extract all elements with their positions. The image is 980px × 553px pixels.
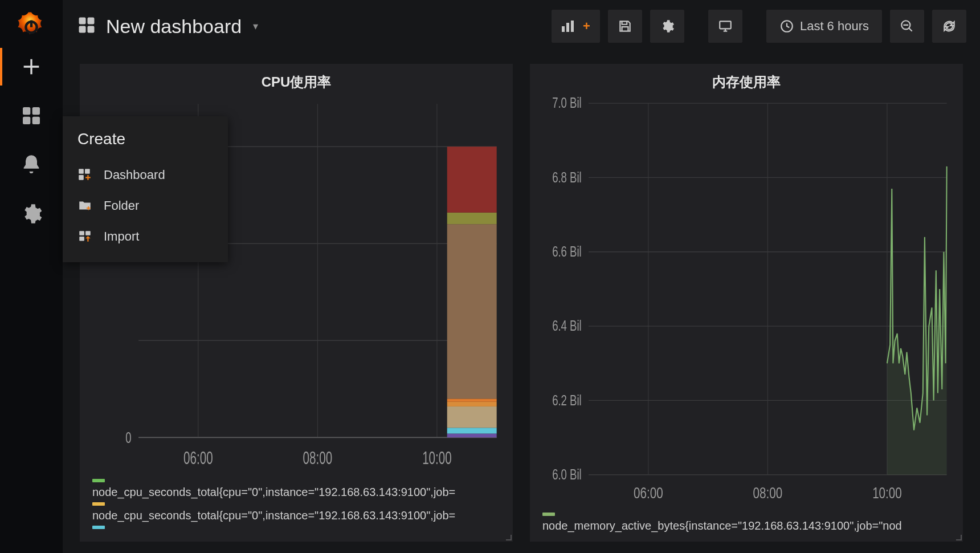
zoom-out-button[interactable] [890, 10, 924, 43]
svg-text:6.8 Bil: 6.8 Bil [552, 169, 582, 185]
svg-text:08:00: 08:00 [753, 484, 783, 502]
sidebar-create-button[interactable] [0, 42, 63, 91]
svg-rect-7 [79, 175, 84, 180]
svg-rect-2 [32, 107, 40, 115]
svg-rect-37 [447, 402, 497, 406]
legend-item[interactable] [92, 526, 501, 532]
panel-memory-legend: node_memory_active_bytes{instance="192.1… [530, 508, 963, 538]
svg-rect-10 [79, 237, 84, 241]
create-flyout: Create Dashboard Folder Import [63, 116, 228, 262]
add-panel-button[interactable]: + [552, 10, 600, 43]
svg-text:6.2 Bil: 6.2 Bil [552, 392, 582, 408]
svg-rect-38 [447, 399, 497, 401]
monitor-icon [718, 19, 733, 34]
svg-rect-9 [85, 231, 91, 235]
create-flyout-title: Create [63, 124, 228, 160]
svg-rect-16 [566, 23, 569, 32]
legend-label: node_cpu_seconds_total{cpu="0",instance=… [92, 509, 501, 522]
svg-rect-3 [23, 117, 30, 124]
svg-rect-34 [447, 434, 497, 438]
svg-rect-5 [79, 169, 84, 174]
folder-plus-icon [77, 198, 92, 213]
sidebar-dashboards-button[interactable] [0, 91, 63, 140]
sidebar-alerting-button[interactable] [0, 140, 63, 189]
svg-rect-35 [447, 428, 497, 433]
svg-text:06:00: 06:00 [183, 448, 213, 467]
panel-memory-chart: 6.0 Bil6.2 Bil6.4 Bil6.6 Bil6.8 Bil7.0 B… [530, 97, 963, 508]
panel-memory[interactable]: 内存使用率 6.0 Bil6.2 Bil6.4 Bil6.6 Bil6.8 Bi… [530, 64, 963, 542]
create-folder-label: Folder [104, 198, 139, 213]
cycle-view-button[interactable] [708, 10, 742, 43]
dashboard-title-block[interactable]: New dashboard ▾ [76, 15, 258, 38]
zoom-out-icon [900, 19, 914, 34]
legend-swatch [92, 502, 105, 506]
save-button[interactable] [608, 10, 642, 43]
svg-rect-36 [447, 406, 497, 428]
svg-rect-18 [720, 21, 731, 29]
create-dashboard-label: Dashboard [104, 168, 165, 182]
legend-swatch [92, 479, 105, 482]
chevron-down-icon: ▾ [253, 20, 258, 32]
legend-swatch [92, 526, 105, 529]
svg-text:6.0 Bil: 6.0 Bil [552, 466, 582, 482]
refresh-button[interactable] [932, 10, 966, 43]
bar-chart-icon [561, 19, 579, 34]
svg-text:7.0 Bil: 7.0 Bil [552, 97, 582, 111]
time-range-label: Last 6 hours [800, 19, 869, 34]
time-range-button[interactable]: Last 6 hours [766, 10, 882, 43]
create-folder-item[interactable]: Folder [63, 190, 228, 221]
svg-rect-1 [23, 107, 30, 115]
legend-swatch [542, 513, 555, 516]
svg-rect-17 [571, 21, 574, 32]
svg-text:6.4 Bil: 6.4 Bil [552, 318, 582, 334]
resize-handle[interactable] [954, 532, 962, 540]
svg-rect-41 [447, 147, 497, 213]
dashboard-title: New dashboard [106, 15, 242, 38]
svg-text:10:00: 10:00 [872, 484, 902, 502]
dashboard-plus-icon [77, 168, 92, 182]
create-import-label: Import [104, 229, 139, 244]
topbar: New dashboard ▾ + Last 6 hours [63, 0, 980, 52]
svg-text:6.6 Bil: 6.6 Bil [552, 243, 582, 259]
legend-label: node_cpu_seconds_total{cpu="0",instance=… [92, 486, 501, 499]
svg-rect-15 [562, 26, 565, 32]
import-icon [77, 229, 92, 244]
legend-label: node_memory_active_bytes{instance="192.1… [542, 519, 952, 532]
panel-cpu-title: CPU使用率 [80, 70, 513, 97]
svg-rect-4 [32, 117, 40, 124]
svg-text:10:00: 10:00 [422, 448, 452, 467]
svg-text:06:00: 06:00 [634, 484, 663, 502]
resize-handle[interactable] [504, 532, 512, 540]
svg-rect-6 [85, 169, 90, 174]
refresh-icon [942, 19, 957, 34]
svg-rect-11 [79, 18, 86, 25]
svg-rect-8 [79, 231, 84, 235]
svg-rect-13 [79, 26, 86, 33]
svg-rect-40 [447, 213, 497, 224]
legend-item[interactable]: node_memory_active_bytes{instance="192.1… [542, 513, 952, 532]
create-dashboard-item[interactable]: Dashboard [63, 160, 228, 190]
legend-item[interactable]: node_cpu_seconds_total{cpu="0",instance=… [92, 502, 501, 522]
svg-text:0: 0 [125, 429, 131, 446]
gear-icon [660, 19, 675, 34]
panel-cpu-legend: node_cpu_seconds_total{cpu="0",instance=… [80, 474, 513, 538]
clock-icon [779, 19, 794, 34]
dashboard-icon [76, 15, 97, 38]
svg-rect-39 [447, 224, 497, 399]
svg-rect-12 [88, 18, 95, 25]
plus-icon: + [583, 19, 590, 34]
settings-button[interactable] [650, 10, 684, 43]
save-icon [618, 19, 632, 34]
svg-rect-14 [88, 26, 95, 33]
main: New dashboard ▾ + Last 6 hours [63, 0, 980, 553]
legend-item[interactable]: node_cpu_seconds_total{cpu="0",instance=… [92, 479, 501, 499]
svg-text:08:00: 08:00 [303, 448, 333, 467]
grafana-logo[interactable] [15, 10, 47, 42]
sidebar [0, 0, 63, 553]
create-import-item[interactable]: Import [63, 221, 228, 252]
sidebar-configuration-button[interactable] [0, 189, 63, 238]
panel-memory-title: 内存使用率 [530, 70, 963, 97]
